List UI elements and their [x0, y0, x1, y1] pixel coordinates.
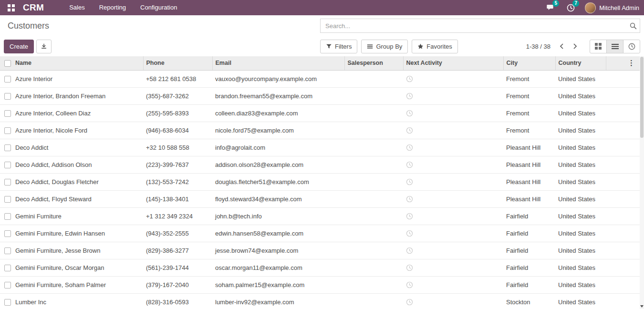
- next-activity-clock-icon[interactable]: [406, 230, 413, 237]
- cell-salesperson[interactable]: [344, 70, 403, 87]
- cell-name[interactable]: Gemini Furniture, Edwin Hansen: [12, 225, 143, 242]
- row-checkbox[interactable]: [4, 265, 11, 271]
- cell-city[interactable]: Stockton: [503, 293, 555, 309]
- cell-salesperson[interactable]: [344, 173, 403, 190]
- cell-city[interactable]: Fairfield: [503, 276, 555, 293]
- create-button[interactable]: Create: [4, 40, 34, 53]
- row-checkbox[interactable]: [4, 76, 11, 82]
- table-row[interactable]: Deco Addict, Addison Olson (223)-399-763…: [0, 156, 640, 173]
- menu-sales[interactable]: Sales: [63, 0, 91, 15]
- column-header-name[interactable]: Name: [12, 56, 143, 70]
- cell-phone[interactable]: (223)-399-7637: [143, 156, 212, 173]
- cell-country[interactable]: United States: [555, 87, 606, 104]
- cell-name[interactable]: Deco Addict, Addison Olson: [12, 156, 143, 173]
- pager-previous-button[interactable]: [556, 40, 567, 52]
- cell-next-activity[interactable]: [403, 122, 503, 139]
- cell-name[interactable]: Azure Interior, Brandon Freeman: [12, 87, 143, 104]
- cell-next-activity[interactable]: [403, 293, 503, 309]
- row-checkbox[interactable]: [4, 110, 11, 117]
- cell-name[interactable]: Lumber Inc: [12, 293, 143, 309]
- row-checkbox[interactable]: [4, 247, 11, 254]
- messages-button[interactable]: 5: [544, 1, 557, 14]
- cell-country[interactable]: United States: [555, 225, 606, 242]
- cell-phone[interactable]: (255)-595-8393: [143, 104, 212, 122]
- cell-email[interactable]: colleen.diaz83@example.com: [212, 104, 344, 122]
- table-row[interactable]: Deco Addict, Douglas Fletcher (132)-553-…: [0, 173, 640, 190]
- cell-name[interactable]: Deco Addict, Douglas Fletcher: [12, 173, 143, 190]
- table-row[interactable]: Gemini Furniture, Jesse Brown (829)-386-…: [0, 242, 640, 259]
- cell-country[interactable]: United States: [555, 293, 606, 309]
- user-menu[interactable]: Mitchell Admin: [599, 4, 639, 11]
- cell-email[interactable]: vauxoo@yourcompany.example.com: [212, 70, 344, 87]
- export-button[interactable]: [36, 40, 52, 53]
- table-row[interactable]: Azure Interior, Colleen Diaz (255)-595-8…: [0, 104, 640, 122]
- next-activity-clock-icon[interactable]: [406, 281, 413, 288]
- cell-salesperson[interactable]: [344, 293, 403, 309]
- table-row[interactable]: Gemini Furniture +1 312 349 2324 john.b@…: [0, 207, 640, 225]
- cell-phone[interactable]: (829)-386-3277: [143, 242, 212, 259]
- cell-phone[interactable]: (946)-638-6034: [143, 122, 212, 139]
- cell-name[interactable]: Gemini Furniture, Oscar Morgan: [12, 259, 143, 276]
- cell-country[interactable]: United States: [555, 259, 606, 276]
- app-name[interactable]: CRM: [23, 2, 44, 13]
- row-checkbox[interactable]: [4, 179, 11, 185]
- next-activity-clock-icon[interactable]: [406, 144, 413, 151]
- cell-next-activity[interactable]: [403, 207, 503, 225]
- row-checkbox[interactable]: [4, 299, 11, 306]
- cell-country[interactable]: United States: [555, 276, 606, 293]
- cell-next-activity[interactable]: [403, 225, 503, 242]
- cell-email[interactable]: soham.palmer15@example.com: [212, 276, 344, 293]
- cell-next-activity[interactable]: [403, 190, 503, 207]
- next-activity-clock-icon[interactable]: [406, 299, 413, 306]
- cell-email[interactable]: info@agrolait.com: [212, 139, 344, 156]
- cell-next-activity[interactable]: [403, 242, 503, 259]
- cell-country[interactable]: United States: [555, 122, 606, 139]
- menu-configuration[interactable]: Configuration: [134, 0, 183, 15]
- cell-next-activity[interactable]: [403, 139, 503, 156]
- filters-button[interactable]: Filters: [320, 40, 357, 53]
- row-checkbox[interactable]: [4, 162, 11, 168]
- table-row[interactable]: Azure Interior, Nicole Ford (946)-638-60…: [0, 122, 640, 139]
- user-avatar[interactable]: [585, 2, 596, 13]
- cell-email[interactable]: douglas.fletcher51@example.com: [212, 173, 344, 190]
- cell-salesperson[interactable]: [344, 190, 403, 207]
- cell-salesperson[interactable]: [344, 156, 403, 173]
- column-header-country[interactable]: Country: [555, 56, 606, 70]
- cell-city[interactable]: Fairfield: [503, 242, 555, 259]
- column-header-city[interactable]: City: [503, 56, 555, 70]
- cell-email[interactable]: jesse.brown74@example.com: [212, 242, 344, 259]
- cell-next-activity[interactable]: [403, 70, 503, 87]
- search-icon[interactable]: [626, 19, 640, 32]
- cell-phone[interactable]: (561)-239-1744: [143, 259, 212, 276]
- cell-email[interactable]: oscar.morgan11@example.com: [212, 259, 344, 276]
- cell-country[interactable]: United States: [555, 190, 606, 207]
- table-row[interactable]: Azure Interior, Brandon Freeman (355)-68…: [0, 87, 640, 104]
- table-row[interactable]: Deco Addict, Floyd Steward (145)-138-340…: [0, 190, 640, 207]
- cell-name[interactable]: Azure Interior, Colleen Diaz: [12, 104, 143, 122]
- group-by-button[interactable]: Group By: [361, 40, 408, 53]
- cell-city[interactable]: Fremont: [503, 70, 555, 87]
- cell-phone[interactable]: (145)-138-3401: [143, 190, 212, 207]
- kanban-view-button[interactable]: [590, 40, 607, 53]
- cell-city[interactable]: Fremont: [503, 104, 555, 122]
- cell-salesperson[interactable]: [344, 87, 403, 104]
- cell-city[interactable]: Pleasant Hill: [503, 173, 555, 190]
- row-checkbox[interactable]: [4, 230, 11, 237]
- apps-menu-icon[interactable]: [5, 1, 17, 14]
- cell-email[interactable]: edwin.hansen58@example.com: [212, 225, 344, 242]
- cell-next-activity[interactable]: [403, 87, 503, 104]
- next-activity-clock-icon[interactable]: [406, 110, 413, 117]
- next-activity-clock-icon[interactable]: [406, 161, 413, 168]
- cell-name[interactable]: Azure Interior, Nicole Ford: [12, 122, 143, 139]
- table-row[interactable]: Azure Interior +58 212 681 0538 vauxoo@y…: [0, 70, 640, 87]
- cell-email[interactable]: floyd.steward34@example.com: [212, 190, 344, 207]
- cell-name[interactable]: Deco Addict: [12, 139, 143, 156]
- cell-salesperson[interactable]: [344, 104, 403, 122]
- next-activity-clock-icon[interactable]: [406, 127, 413, 134]
- favorites-button[interactable]: Favorites: [412, 40, 457, 53]
- cell-phone[interactable]: (379)-167-2040: [143, 276, 212, 293]
- cell-email[interactable]: brandon.freeman55@example.com: [212, 87, 344, 104]
- pager-next-button[interactable]: [570, 40, 580, 52]
- cell-name[interactable]: Gemini Furniture, Jesse Brown: [12, 242, 143, 259]
- cell-name[interactable]: Gemini Furniture: [12, 207, 143, 225]
